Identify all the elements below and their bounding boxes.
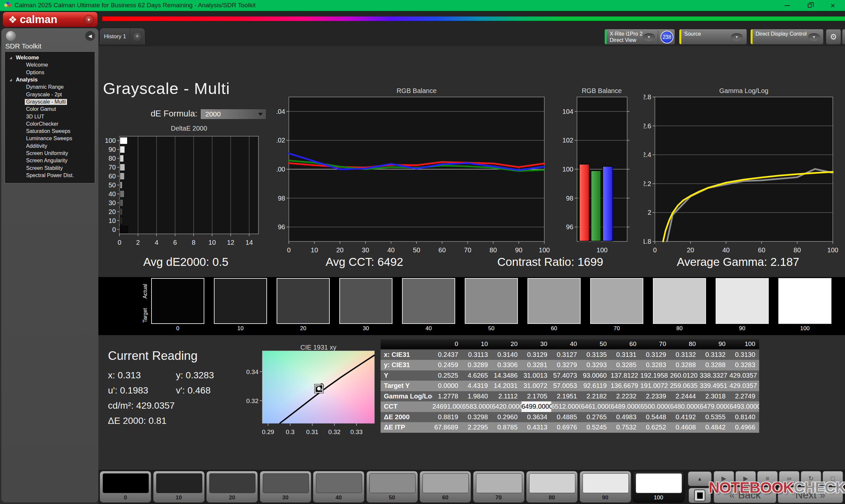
cell-cct-10[interactable]: 6583.0000: [462, 401, 492, 412]
sidebar-item-dynamic-range[interactable]: Dynamic Range: [5, 84, 95, 91]
cell-x-cie31-90[interactable]: 0.3132: [700, 349, 729, 360]
cell-y-80[interactable]: 260.0120: [670, 371, 700, 381]
next-button[interactable]: Next »: [778, 487, 843, 503]
sidebar-item-grayscale-2pt[interactable]: Grayscale - 2pt: [5, 91, 95, 98]
cell-cct-40[interactable]: 6512.0000: [551, 401, 581, 412]
cell-y-70[interactable]: 192.1958: [640, 371, 670, 381]
sidebar-item-spectral-power-dist[interactable]: Spectral Power Dist.: [5, 172, 95, 179]
calman-menu-button[interactable]: ❖ calman ▼: [3, 12, 98, 27]
sidebar-collapse-button[interactable]: ◀: [85, 31, 95, 41]
history-tab[interactable]: History 1 +: [100, 29, 145, 44]
sidebar-item-analysis[interactable]: ◢Analysis: [5, 76, 95, 84]
cell-y-cie31-50[interactable]: 0.3293: [581, 360, 611, 371]
cell-e-2000-80[interactable]: 0.4192: [670, 412, 700, 422]
sidebar-item-3d-lut[interactable]: 3D LUT: [5, 113, 95, 120]
cell-e-itp-100[interactable]: 0.4966: [729, 422, 759, 433]
cell-x-cie31-100[interactable]: 0.3130: [729, 349, 759, 360]
sidebar-item-saturation-sweeps[interactable]: Saturation Sweeps: [5, 128, 95, 135]
cell-e-itp-70[interactable]: 0.6252: [640, 422, 670, 433]
cell-cct-70[interactable]: 6500.0000: [640, 401, 670, 412]
cell-e-itp-50[interactable]: 0.5245: [581, 422, 611, 433]
sidebar-item-screen-uniformity[interactable]: Screen Uniformity: [5, 150, 95, 157]
cell-target-y-80[interactable]: 259.0635: [670, 381, 700, 391]
cell-target-y-10[interactable]: 4.4319: [462, 381, 492, 391]
cell-y-100[interactable]: 429.0357: [729, 371, 759, 381]
cell-gamma-log-log-80[interactable]: 2.2444: [670, 391, 700, 402]
cell-gamma-log-log-100[interactable]: 2.2749: [729, 391, 759, 402]
cell-x-cie31-20[interactable]: 0.3140: [492, 349, 522, 360]
cell-e-itp-30[interactable]: 0.4313: [522, 422, 551, 433]
cell-target-y-40[interactable]: 57.0053: [551, 381, 581, 391]
display-control-dropdown[interactable]: Direct Display Control ▼: [750, 29, 824, 44]
cell-cct-80[interactable]: 6480.0000: [670, 401, 700, 412]
chevron-down-icon[interactable]: ▼: [731, 33, 743, 41]
cell-y-30[interactable]: 31.0013: [522, 371, 551, 381]
cell-y-cie31-0[interactable]: 0.2459: [433, 360, 462, 371]
cell-cct-30[interactable]: 6499.0000: [522, 401, 551, 412]
cell-y-90[interactable]: 338.3327: [700, 371, 729, 381]
cell-y-cie31-90[interactable]: 0.3288: [700, 360, 729, 371]
sidebar-item-colorchecker[interactable]: ColorChecker: [5, 120, 95, 128]
cell-e-2000-40[interactable]: 0.4885: [551, 412, 581, 422]
cell-gamma-log-log-20[interactable]: 2.1112: [492, 391, 522, 402]
pattern-button-50[interactable]: 50: [366, 471, 418, 503]
cell-x-cie31-70[interactable]: 0.3129: [640, 349, 670, 360]
cell-x-cie31-60[interactable]: 0.3131: [611, 349, 640, 360]
pattern-button-90[interactable]: 90: [580, 471, 631, 503]
cell-target-y-50[interactable]: 92.6119: [581, 381, 611, 391]
collapse-panel-button[interactable]: ◀: [842, 29, 845, 44]
pattern-refresh-button[interactable]: ↻: [801, 471, 821, 486]
back-button[interactable]: « Back: [714, 487, 776, 503]
close-button[interactable]: ×: [825, 0, 840, 11]
cell-gamma-log-log-60[interactable]: 2.2232: [611, 391, 640, 402]
add-tab-button[interactable]: +: [133, 32, 142, 41]
pattern-button-0[interactable]: 0: [100, 471, 151, 503]
cell-gamma-log-log-50[interactable]: 2.2182: [581, 391, 611, 402]
cell-y-50[interactable]: 93.0060: [581, 371, 611, 381]
cell-gamma-log-log-90[interactable]: 2.3018: [700, 391, 729, 402]
cell-gamma-log-log-70[interactable]: 2.2339: [640, 391, 670, 402]
cell-target-y-60[interactable]: 136.6679: [611, 381, 640, 391]
cell-target-y-70[interactable]: 191.0072: [640, 381, 670, 391]
cell-e-itp-80[interactable]: 0.4608: [670, 422, 700, 433]
history-tab-label[interactable]: History 1: [100, 29, 130, 44]
cell-cct-0[interactable]: 24691.0000: [433, 401, 462, 412]
pattern-button-70[interactable]: 70: [473, 471, 525, 503]
cell-e-2000-20[interactable]: 0.2960: [492, 412, 522, 422]
cell-e-2000-100[interactable]: 0.8140: [729, 412, 759, 422]
cell-cct-90[interactable]: 6479.0000: [700, 401, 729, 412]
cell-target-y-30[interactable]: 31.0072: [522, 381, 551, 391]
cell-target-y-100[interactable]: 429.0357: [729, 381, 759, 391]
cell-gamma-log-log-30[interactable]: 2.1705: [522, 391, 551, 402]
sidebar-item-additivity[interactable]: Additivity: [5, 143, 95, 150]
pattern-button-10[interactable]: 10: [153, 471, 205, 503]
cell-e-itp-0[interactable]: 67.8689: [433, 422, 462, 433]
cell-e-itp-60[interactable]: 0.7532: [611, 422, 640, 433]
de-formula-select[interactable]: 2000: [200, 109, 266, 120]
pattern-loop-button[interactable]: ∞: [779, 471, 799, 486]
sidebar-item-color-gamut[interactable]: Color Gamut: [5, 106, 95, 113]
cell-y-cie31-60[interactable]: 0.3285: [611, 360, 640, 371]
pattern-bar-up-button[interactable]: ▲: [688, 471, 712, 486]
pattern-play-button[interactable]: ▶: [714, 471, 734, 486]
meter-dropdown[interactable]: X-Rite i1Pro 2 Direct View ▼ 238: [604, 29, 675, 44]
cell-e-2000-60[interactable]: 0.4983: [611, 412, 640, 422]
cell-x-cie31-30[interactable]: 0.3129: [522, 349, 551, 360]
pattern-button-30[interactable]: 30: [260, 471, 311, 503]
cell-y-cie31-40[interactable]: 0.3279: [551, 360, 581, 371]
chevron-down-icon[interactable]: ▼: [808, 33, 820, 41]
cell-cct-60[interactable]: 6489.0000: [611, 401, 640, 412]
chevron-down-icon[interactable]: ▼: [643, 33, 655, 41]
pattern-button-20[interactable]: 20: [206, 471, 258, 503]
cell-e-2000-70[interactable]: 0.5448: [640, 412, 670, 422]
cell-gamma-log-log-0[interactable]: 1.2778: [433, 391, 462, 402]
cell-x-cie31-10[interactable]: 0.3113: [462, 349, 492, 360]
cell-e-itp-20[interactable]: 0.8785: [492, 422, 522, 433]
cell-e-2000-90[interactable]: 0.5355: [700, 412, 729, 422]
cell-x-cie31-0[interactable]: 0.2437: [433, 349, 462, 360]
cell-x-cie31-50[interactable]: 0.3135: [581, 349, 611, 360]
cell-e-2000-10[interactable]: 0.3298: [462, 412, 492, 422]
minimize-button[interactable]: [780, 0, 795, 11]
restore-button[interactable]: [802, 0, 817, 11]
cell-y-cie31-30[interactable]: 0.3281: [522, 360, 551, 371]
